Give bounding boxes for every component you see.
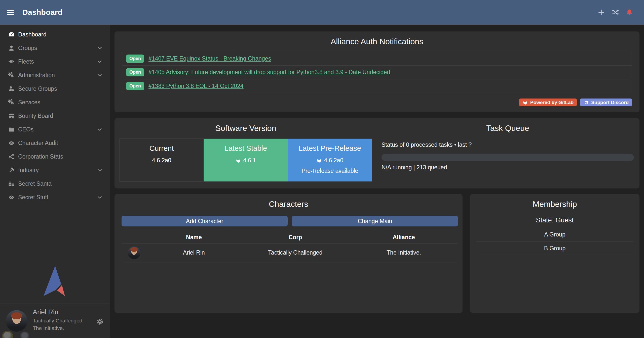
task-queue-section: Task Queue Status of 0 processed tasks •… (377, 118, 639, 188)
change-main-button[interactable]: Change Main (292, 216, 458, 226)
sidebar-item-services[interactable]: Services (0, 95, 110, 109)
character-name: Ariel Rin (147, 249, 241, 256)
hamburger-menu-icon[interactable] (7, 10, 14, 15)
gifts-icon (6, 180, 17, 187)
user-lock-icon (6, 85, 17, 92)
sidebar-item-ceos[interactable]: CEOs (0, 123, 110, 136)
gears-icon (6, 99, 17, 106)
topbar-actions (597, 8, 633, 16)
character-portrait (128, 247, 140, 259)
notifications-title: Alliance Auth Notifications (115, 31, 639, 46)
version-cell-current: Current 4.6.2a0 (120, 139, 204, 181)
chevron-down-icon (97, 72, 103, 78)
folder-icon (6, 126, 17, 133)
task-queue-counts: N/A running | 213 queued (382, 164, 634, 171)
sidebar: Dashboard Groups Fleets Administration (0, 25, 110, 338)
characters-table-header: Name Corp Alliance (122, 231, 458, 244)
main-content: Alliance Auth Notifications Open #1407 E… (110, 25, 644, 338)
sidebar-user-panel: Ariel Rin Tactically Challenged The Init… (0, 304, 110, 338)
footer-badges: Powered by GitLab Support Discord (519, 99, 632, 106)
notifications-bell-icon[interactable] (625, 8, 633, 16)
notification-link[interactable]: #1383 Python 3.8 EOL - 14 Oct 2024 (148, 83, 244, 89)
status-badge: Open (126, 55, 144, 63)
chevron-down-icon (97, 194, 103, 200)
character-corp: Tactically Challenged (241, 249, 350, 256)
characters-table: Name Corp Alliance Ariel Rin Tactically … (122, 231, 458, 262)
group-row: B Group (476, 242, 633, 255)
user-alliance: The Initiative. (33, 325, 82, 331)
user-corp: Tactically Challenged (33, 318, 82, 324)
gitlab-tanuki-icon (236, 158, 241, 163)
group-row: A Group (476, 228, 633, 242)
characters-panel: Characters Add Character Change Main Nam… (115, 194, 463, 313)
powered-by-gitlab-badge[interactable]: Powered by GitLab (519, 99, 577, 106)
membership-panel: Membership State: Guest A Group B Group (470, 194, 639, 313)
sidebar-item-secret-santa[interactable]: Secret Santa (0, 177, 110, 190)
sidebar-item-fleets[interactable]: Fleets (0, 55, 110, 68)
task-queue-status: Status of 0 processed tasks • last ? (382, 141, 634, 148)
corp-logo (2, 331, 13, 338)
alliance-logo (19, 331, 30, 338)
top-bar: Dashboard (0, 0, 644, 25)
sidebar-item-character-audit[interactable]: Character Audit (0, 136, 110, 150)
software-version-table: Current 4.6.2a0 Latest Stable 4.6.1 Late… (119, 138, 372, 182)
software-version-title: Software Version (115, 118, 377, 133)
notifications-list: Open #1407 EVE Equinox Status - Breaking… (122, 52, 632, 93)
app-window: Dashboard Dashboard Groups (0, 0, 644, 338)
discord-icon (583, 100, 589, 105)
shuffle-icon[interactable] (611, 8, 619, 16)
notification-item: Open #1405 Advisory: Future development … (122, 66, 632, 79)
user-name: Ariel Rin (33, 308, 82, 316)
add-icon[interactable] (597, 8, 605, 16)
sidebar-item-dashboard[interactable]: Dashboard (0, 28, 110, 41)
status-badge: Open (126, 82, 144, 90)
character-alliance: The Initiative. (350, 249, 458, 256)
software-version-section: Software Version Current 4.6.2a0 Latest … (115, 118, 377, 188)
sidebar-item-corporation-stats[interactable]: Corporation Stats (0, 150, 110, 163)
task-queue-progress-bar (382, 154, 634, 161)
gears-icon (6, 72, 17, 79)
alliance-auth-logo (40, 265, 70, 296)
sidebar-item-administration[interactable]: Administration (0, 68, 110, 82)
membership-state: State: Guest (470, 216, 639, 224)
page-title: Dashboard (22, 8, 62, 17)
shuttle-icon (6, 58, 17, 65)
chevron-down-icon (97, 45, 103, 51)
shop-icon (6, 113, 17, 119)
membership-groups: A Group B Group (476, 228, 633, 255)
share-icon (6, 153, 17, 160)
chevron-down-icon (97, 59, 103, 65)
notification-item: Open #1383 Python 3.8 EOL - 14 Oct 2024 (122, 79, 632, 93)
characters-title: Characters (115, 194, 463, 209)
chevron-down-icon (97, 167, 103, 173)
task-queue-title: Task Queue (382, 118, 634, 133)
sidebar-item-secret-stuff[interactable]: Secret Stuff (0, 190, 110, 204)
notification-link[interactable]: #1405 Advisory: Future development will … (148, 69, 390, 76)
gitlab-tanuki-icon (522, 100, 528, 105)
user-settings-gear-icon[interactable] (96, 318, 104, 326)
eye-icon (6, 194, 17, 201)
table-row: Ariel Rin Tactically Challenged The Init… (122, 244, 458, 262)
chevron-down-icon (97, 126, 103, 132)
user-icon (6, 45, 17, 52)
status-badge: Open (126, 68, 144, 76)
sidebar-item-groups[interactable]: Groups (0, 41, 110, 55)
user-avatar (6, 310, 27, 332)
version-cell-latest-prerelease: Latest Pre-Release 4.6.2a0 Pre-Release a… (288, 139, 372, 181)
gauge-icon (6, 31, 17, 38)
sidebar-item-secure-groups[interactable]: Secure Groups (0, 82, 110, 95)
hammer-icon (6, 167, 17, 174)
gitlab-tanuki-icon (316, 158, 322, 163)
support-discord-badge[interactable]: Support Discord (580, 99, 632, 106)
eye-icon (6, 140, 17, 147)
version-cell-latest-stable: Latest Stable 4.6.1 (204, 139, 288, 181)
notification-link[interactable]: #1407 EVE Equinox Status - Breaking Chan… (148, 55, 271, 62)
membership-title: Membership (470, 194, 639, 209)
notification-item: Open #1407 EVE Equinox Status - Breaking… (122, 52, 632, 66)
notifications-panel: Alliance Auth Notifications Open #1407 E… (115, 31, 639, 112)
version-queue-panel: Software Version Current 4.6.2a0 Latest … (115, 118, 639, 188)
sidebar-item-industry[interactable]: Industry (0, 163, 110, 177)
add-character-button[interactable]: Add Character (122, 216, 288, 226)
sidebar-item-bounty-board[interactable]: Bounty Board (0, 109, 110, 123)
